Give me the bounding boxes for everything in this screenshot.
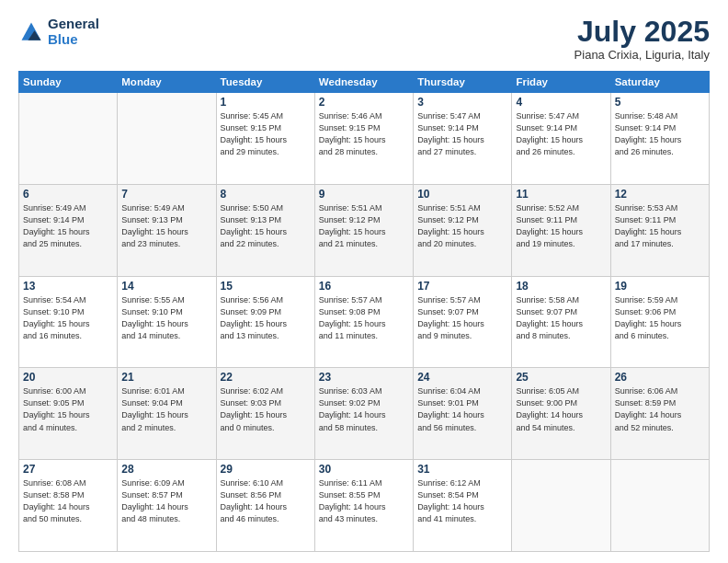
day-number: 3 [417,96,507,109]
day-detail: Sunrise: 6:02 AM Sunset: 9:03 PM Dayligh… [221,385,311,433]
calendar-cell: 29Sunrise: 6:10 AM Sunset: 8:56 PM Dayli… [216,460,314,552]
calendar-cell: 10Sunrise: 5:51 AM Sunset: 9:12 PM Dayli… [414,184,512,276]
calendar-cell: 14Sunrise: 5:55 AM Sunset: 9:10 PM Dayli… [118,276,216,368]
day-detail: Sunrise: 5:45 AM Sunset: 9:15 PM Dayligh… [221,110,311,158]
day-detail: Sunrise: 6:06 AM Sunset: 8:59 PM Dayligh… [615,385,705,433]
calendar-table: SundayMondayTuesdayWednesdayThursdayFrid… [18,71,710,552]
col-header-thursday: Thursday [414,72,512,93]
logo-blue: Blue [48,31,78,47]
day-number: 17 [417,280,507,293]
day-detail: Sunrise: 6:00 AM Sunset: 9:05 PM Dayligh… [23,385,113,433]
calendar-cell: 12Sunrise: 5:53 AM Sunset: 9:11 PM Dayli… [610,184,709,276]
calendar-cell: 4Sunrise: 5:47 AM Sunset: 9:14 PM Daylig… [512,93,610,185]
calendar-cell [19,93,118,185]
logo-text: General Blue [48,17,99,47]
day-number: 4 [516,96,606,109]
calendar-week-row: 1Sunrise: 5:45 AM Sunset: 9:15 PM Daylig… [19,93,710,185]
calendar-cell [610,460,709,552]
day-detail: Sunrise: 6:05 AM Sunset: 9:00 PM Dayligh… [516,385,606,433]
day-detail: Sunrise: 5:58 AM Sunset: 9:07 PM Dayligh… [516,294,606,342]
calendar-cell: 6Sunrise: 5:49 AM Sunset: 9:14 PM Daylig… [19,184,118,276]
calendar-cell: 21Sunrise: 6:01 AM Sunset: 9:04 PM Dayli… [118,368,216,460]
day-number: 31 [417,463,507,476]
col-header-monday: Monday [118,72,216,93]
day-number: 23 [319,371,409,384]
col-header-saturday: Saturday [610,72,709,93]
col-header-sunday: Sunday [19,72,118,93]
day-detail: Sunrise: 5:51 AM Sunset: 9:12 PM Dayligh… [319,202,409,250]
calendar-cell: 15Sunrise: 5:56 AM Sunset: 9:09 PM Dayli… [216,276,314,368]
day-number: 27 [23,463,113,476]
calendar-cell: 1Sunrise: 5:45 AM Sunset: 9:15 PM Daylig… [216,93,314,185]
calendar-cell: 13Sunrise: 5:54 AM Sunset: 9:10 PM Dayli… [19,276,118,368]
calendar-cell: 5Sunrise: 5:48 AM Sunset: 9:14 PM Daylig… [610,93,709,185]
day-number: 29 [221,463,311,476]
day-number: 21 [121,371,211,384]
calendar-cell: 31Sunrise: 6:12 AM Sunset: 8:54 PM Dayli… [414,460,512,552]
calendar-cell: 22Sunrise: 6:02 AM Sunset: 9:03 PM Dayli… [216,368,314,460]
day-number: 9 [319,188,409,201]
calendar-cell: 17Sunrise: 5:57 AM Sunset: 9:07 PM Dayli… [414,276,512,368]
day-number: 13 [23,280,113,293]
day-number: 8 [221,188,311,201]
calendar-cell: 7Sunrise: 5:49 AM Sunset: 9:13 PM Daylig… [118,184,216,276]
day-number: 11 [516,188,606,201]
day-number: 1 [221,96,311,109]
day-detail: Sunrise: 5:47 AM Sunset: 9:14 PM Dayligh… [417,110,507,158]
location: Piana Crixia, Liguria, Italy [574,48,710,62]
day-number: 19 [615,280,705,293]
day-detail: Sunrise: 5:56 AM Sunset: 9:09 PM Dayligh… [221,294,311,342]
day-detail: Sunrise: 5:57 AM Sunset: 9:07 PM Dayligh… [417,294,507,342]
day-number: 30 [319,463,409,476]
day-detail: Sunrise: 6:09 AM Sunset: 8:57 PM Dayligh… [121,477,211,525]
day-number: 26 [615,371,705,384]
day-detail: Sunrise: 6:10 AM Sunset: 8:56 PM Dayligh… [221,477,311,525]
day-number: 12 [615,188,705,201]
calendar-cell: 24Sunrise: 6:04 AM Sunset: 9:01 PM Dayli… [414,368,512,460]
day-detail: Sunrise: 6:01 AM Sunset: 9:04 PM Dayligh… [121,385,211,433]
day-detail: Sunrise: 5:53 AM Sunset: 9:11 PM Dayligh… [615,202,705,250]
day-number: 28 [121,463,211,476]
logo-general: General [48,16,99,31]
calendar-cell: 2Sunrise: 5:46 AM Sunset: 9:15 PM Daylig… [314,93,413,185]
col-header-wednesday: Wednesday [314,72,413,93]
calendar-cell: 23Sunrise: 6:03 AM Sunset: 9:02 PM Dayli… [314,368,413,460]
calendar-cell: 11Sunrise: 5:52 AM Sunset: 9:11 PM Dayli… [512,184,610,276]
col-header-tuesday: Tuesday [216,72,314,93]
col-header-friday: Friday [512,72,610,93]
calendar-cell: 3Sunrise: 5:47 AM Sunset: 9:14 PM Daylig… [414,93,512,185]
calendar-cell [512,460,610,552]
page: General Blue July 2025 Piana Crixia, Lig… [0,0,728,563]
calendar-cell: 18Sunrise: 5:58 AM Sunset: 9:07 PM Dayli… [512,276,610,368]
calendar-cell [118,93,216,185]
day-detail: Sunrise: 5:50 AM Sunset: 9:13 PM Dayligh… [221,202,311,250]
day-detail: Sunrise: 6:08 AM Sunset: 8:58 PM Dayligh… [23,477,113,525]
day-number: 10 [417,188,507,201]
header: General Blue July 2025 Piana Crixia, Lig… [18,17,710,62]
calendar-cell: 26Sunrise: 6:06 AM Sunset: 8:59 PM Dayli… [610,368,709,460]
calendar-cell: 19Sunrise: 5:59 AM Sunset: 9:06 PM Dayli… [610,276,709,368]
day-detail: Sunrise: 5:52 AM Sunset: 9:11 PM Dayligh… [516,202,606,250]
calendar-cell: 25Sunrise: 6:05 AM Sunset: 9:00 PM Dayli… [512,368,610,460]
calendar-week-row: 20Sunrise: 6:00 AM Sunset: 9:05 PM Dayli… [19,368,710,460]
day-number: 14 [121,280,211,293]
calendar-header-row: SundayMondayTuesdayWednesdayThursdayFrid… [19,72,710,93]
day-detail: Sunrise: 6:11 AM Sunset: 8:55 PM Dayligh… [319,477,409,525]
day-number: 22 [221,371,311,384]
calendar-week-row: 27Sunrise: 6:08 AM Sunset: 8:58 PM Dayli… [19,460,710,552]
calendar-week-row: 6Sunrise: 5:49 AM Sunset: 9:14 PM Daylig… [19,184,710,276]
day-number: 24 [417,371,507,384]
day-number: 7 [121,188,211,201]
logo-icon [18,19,44,45]
day-detail: Sunrise: 5:59 AM Sunset: 9:06 PM Dayligh… [615,294,705,342]
day-detail: Sunrise: 5:46 AM Sunset: 9:15 PM Dayligh… [319,110,409,158]
day-detail: Sunrise: 5:47 AM Sunset: 9:14 PM Dayligh… [516,110,606,158]
day-detail: Sunrise: 6:03 AM Sunset: 9:02 PM Dayligh… [319,385,409,433]
day-detail: Sunrise: 5:49 AM Sunset: 9:14 PM Dayligh… [23,202,113,250]
calendar-week-row: 13Sunrise: 5:54 AM Sunset: 9:10 PM Dayli… [19,276,710,368]
day-number: 18 [516,280,606,293]
day-number: 5 [615,96,705,109]
calendar-cell: 16Sunrise: 5:57 AM Sunset: 9:08 PM Dayli… [314,276,413,368]
month-year: July 2025 [574,17,710,46]
day-detail: Sunrise: 5:49 AM Sunset: 9:13 PM Dayligh… [121,202,211,250]
